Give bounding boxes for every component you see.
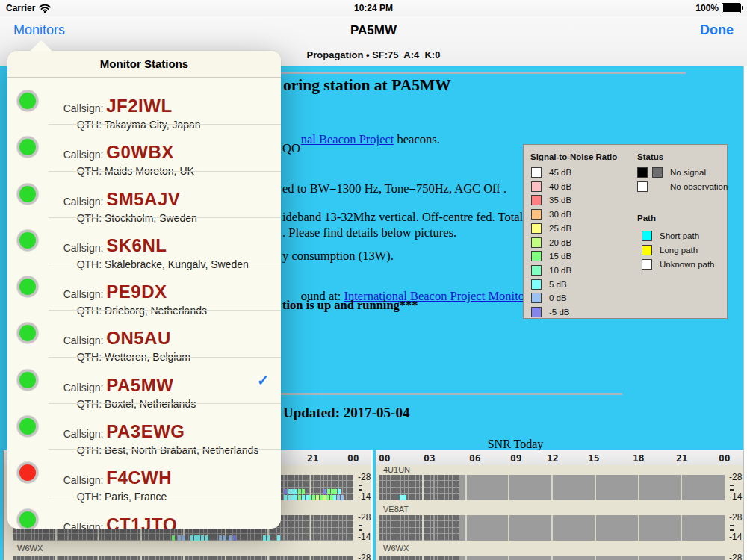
legend-status-item: No observation <box>637 181 728 192</box>
y-axis-dash <box>730 485 734 486</box>
snr-bar <box>379 475 725 500</box>
snr-cell <box>323 489 326 494</box>
snr-cell <box>341 495 344 500</box>
antenna-line-2: . Please find details below pictures. <box>282 225 456 240</box>
legend-snr-item: 20 dB <box>531 237 571 248</box>
snr-cell <box>229 535 232 541</box>
snr-cell <box>263 535 266 541</box>
snr-swatch-icon <box>531 279 542 290</box>
snr-cell <box>306 495 309 500</box>
station-list-item[interactable]: Callsign: F4CWH QTH: Paris, France ✓ <box>7 449 281 496</box>
receiver-line: ed to BW=1300 Hz, Tone=750Hz, AGC Off . <box>282 181 506 196</box>
snr-cell <box>190 535 193 541</box>
y-axis-ticks: -28-14 <box>729 475 745 500</box>
station-list-item[interactable]: Callsign: PA3EWG QTH: Best, North Braban… <box>7 403 281 449</box>
segment-divider <box>422 556 424 560</box>
station-list-item[interactable]: Callsign: SM5AJV QTH: Stockholm, Sweden … <box>7 171 281 217</box>
y-axis-dash <box>730 529 734 531</box>
y-axis-ticks: -28-14 <box>358 515 373 541</box>
snr-cell <box>233 535 236 541</box>
segment-divider <box>508 515 509 541</box>
time-axis-tick: 06 <box>469 452 481 464</box>
snr-cell <box>194 535 197 541</box>
power-line: y consumption (13W). <box>282 249 394 264</box>
legend-path-title: Path <box>637 214 656 223</box>
snr-cell <box>172 535 175 541</box>
segment-divider <box>595 556 596 560</box>
snr-item-label: 15 dB <box>549 252 571 261</box>
y-axis-dash <box>359 529 362 531</box>
legend-status-title: Status <box>637 152 663 161</box>
station-list-item[interactable]: Callsign: G0WBX QTH: Maids Moreton, UK ✓ <box>7 124 281 170</box>
snr-item-label: 45 dB <box>549 168 571 177</box>
segment-divider <box>638 515 639 541</box>
station-label: W6WX <box>383 544 409 553</box>
segment-divider <box>595 515 596 541</box>
snr-cell <box>302 495 305 500</box>
segment-divider <box>310 515 311 541</box>
observed-region <box>379 556 460 560</box>
time-axis-tick: 00 <box>719 452 731 464</box>
segment-divider <box>267 556 269 560</box>
snr-cell <box>288 489 291 494</box>
station-list-item[interactable]: Callsign: CT1JTQ QTH: Sagres, Portugal ✓ <box>7 497 281 529</box>
antenna-line-1: ideband 13-32Mhz vertical. Off-centre fe… <box>282 210 523 225</box>
snr-cell <box>294 489 297 494</box>
snr-today-title: SNR Today <box>441 438 590 451</box>
snr-legend-panel: Signal-to-Noise Ratio 45 dB40 dB35 dB30 … <box>523 144 728 319</box>
path-item-label: Long path <box>660 246 698 255</box>
legend-status-item: No signal <box>637 167 706 178</box>
done-button[interactable]: Done <box>700 22 734 38</box>
legend-snr-item: 35 dB <box>531 195 571 205</box>
snr-cell <box>223 535 226 541</box>
monitor-stations-popover: Monitor Stations Callsign: JF2IWL QTH: T… <box>7 51 281 529</box>
legend-snr-item: 10 dB <box>531 265 571 276</box>
status-dot-icon <box>17 370 38 391</box>
snr-cell <box>320 495 323 500</box>
y-axis-ticks: -28-14 <box>729 556 745 560</box>
segment-divider <box>140 556 142 560</box>
segment-divider <box>638 556 639 560</box>
station-list-item[interactable]: Callsign: ON5AU QTH: Wetteren, Belgium ✓ <box>7 310 281 356</box>
snr-cell <box>284 495 287 500</box>
y-axis-label: -28 <box>729 472 742 482</box>
popover-header: Monitor Stations <box>7 51 281 78</box>
segment-divider <box>55 556 57 560</box>
page-heading-fragment: oring station at PA5MW <box>283 76 451 95</box>
scrollbar-track[interactable] <box>743 66 747 560</box>
y-axis-label: -14 <box>358 532 371 542</box>
snr-swatch-icon <box>531 167 542 178</box>
y-axis-label: -28 <box>358 512 371 523</box>
time-axis-strip: 000306091215182100 <box>376 450 743 465</box>
legend-snr-item: 25 dB <box>531 223 571 234</box>
snr-cell <box>327 489 330 494</box>
station-list-item[interactable]: Callsign: PA5MW QTH: Boxtel, Netherlands… <box>7 357 281 403</box>
snr-cell <box>400 495 403 500</box>
snr-cell <box>288 495 291 500</box>
segment-divider <box>225 556 226 560</box>
y-axis-ticks: -28-14 <box>358 475 373 500</box>
snr-cell <box>284 489 287 494</box>
snr-cell <box>291 489 294 494</box>
status-swatch-icon <box>637 181 648 192</box>
y-axis-dash <box>730 489 734 491</box>
beacon-project-text: beacons. <box>394 132 439 146</box>
legend-path-item: Unknown path <box>642 259 715 270</box>
segment-divider <box>422 475 424 500</box>
path-item-label: Short path <box>660 231 699 240</box>
station-list-item[interactable]: Callsign: JF2IWL QTH: Takayma City, Japa… <box>7 78 281 124</box>
status-swatch-icon <box>637 167 648 178</box>
snr-swatch-icon <box>531 251 542 261</box>
snr-cell <box>326 495 329 500</box>
legend-snr-item: 45 dB <box>531 167 571 178</box>
snr-swatch-icon <box>531 223 542 234</box>
locator-line: QO <box>282 141 300 156</box>
beacon-project-link[interactable]: nal Beacon Project <box>301 132 394 146</box>
time-axis-tick: 21 <box>307 452 319 464</box>
running-line: tion is up and running*** <box>282 298 418 313</box>
station-list-item[interactable]: Callsign: SK6NL QTH: Skälebräcke, Kungäl… <box>7 217 281 264</box>
status-dot-icon <box>17 416 38 437</box>
station-list-item[interactable]: Callsign: PE9DX QTH: Drieborg, Netherlan… <box>7 264 281 310</box>
segment-divider <box>465 556 467 560</box>
snr-bar <box>379 556 725 560</box>
